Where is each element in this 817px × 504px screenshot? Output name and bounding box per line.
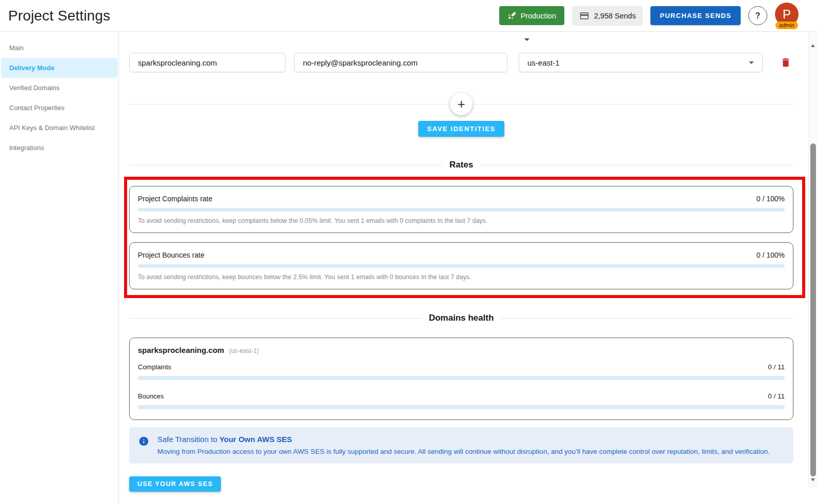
page-title: Project Settings <box>8 8 110 24</box>
domain-title-row: sparksprocleaning.com (us-east-1) <box>138 346 785 355</box>
rate-card-header: Project Complaints rate 0 / 100% <box>138 195 785 203</box>
plus-icon: + <box>457 96 465 112</box>
complaints-rate-value: 0 / 100% <box>757 195 785 203</box>
domains-health-section-heading: Domains health <box>129 313 793 323</box>
question-mark-icon: ? <box>755 11 761 20</box>
sender-email-input[interactable]: no-reply@sparksprocleaning.com <box>294 53 507 72</box>
bounces-rate-title: Project Bounces rate <box>138 251 205 259</box>
sidebar-item-integrations[interactable]: Integrations <box>1 138 117 158</box>
complaints-rate-card: Project Complaints rate 0 / 100% To avoi… <box>129 186 793 233</box>
divider-line <box>129 165 442 165</box>
sends-count-label: 2,958 Sends <box>594 12 636 20</box>
sidebar-item-verified-domains[interactable]: Verified Domains <box>1 78 117 98</box>
domain-input[interactable]: sparksprocleaning.com <box>129 53 285 72</box>
delete-identity-button[interactable] <box>778 55 793 70</box>
rocket-icon <box>507 11 516 20</box>
production-label: Production <box>521 12 556 20</box>
scroll-up-arrow-icon[interactable] <box>811 44 815 47</box>
sidebar-item-main[interactable]: Main <box>1 38 117 58</box>
complaints-progress-bar <box>138 208 785 212</box>
alert-title: Safe Transition to Your Own AWS SES <box>157 435 770 444</box>
info-icon <box>138 436 149 455</box>
help-button[interactable]: ? <box>748 6 767 25</box>
domain-health-card: sparksprocleaning.com (us-east-1) Compla… <box>129 338 793 420</box>
purchase-sends-button[interactable]: PURCHASE SENDS <box>650 6 741 25</box>
domains-health-heading: Domains health <box>429 313 494 323</box>
app-header: Project Settings Production 2,958 Sends … <box>0 0 817 32</box>
identity-row: sparksprocleaning.com no-reply@sparkspro… <box>129 53 793 72</box>
rate-card-header: Project Bounces rate 0 / 100% <box>138 251 785 259</box>
alert-body: Moving from Production access to your ow… <box>157 448 770 455</box>
add-identity-divider: + <box>129 93 793 115</box>
complaints-metric-bar <box>138 376 785 380</box>
main-layout: Main Delivery Mode Verified Domains Cont… <box>0 32 817 504</box>
bounces-rate-card: Project Bounces rate 0 / 100% To avoid s… <box>129 242 793 289</box>
credit-card-icon <box>579 11 589 21</box>
scroll-down-arrow-icon[interactable] <box>811 478 815 481</box>
scrolled-label-fragment <box>524 38 529 41</box>
aws-ses-info-alert: Safe Transition to Your Own AWS SES Movi… <box>129 427 793 464</box>
add-identity-button[interactable]: + <box>450 93 473 115</box>
complaints-metric-row: Complaints 0 / 11 <box>138 363 785 371</box>
sidebar-item-contact-properties[interactable]: Contact Properties <box>1 98 117 118</box>
alert-title-bold: Your Own AWS SES <box>219 435 292 444</box>
bounces-rate-caption: To avoid sending restrictions, keep boun… <box>138 274 785 281</box>
rates-heading: Rates <box>450 160 473 170</box>
vertical-scrollbar[interactable] <box>808 32 817 488</box>
bounces-metric-value: 0 / 11 <box>768 392 785 400</box>
sidebar-item-api-keys[interactable]: API Keys & Domain Whitelist <box>1 118 117 138</box>
divider-line <box>501 318 793 319</box>
divider-line <box>480 165 793 165</box>
rates-section-heading: Rates <box>129 160 793 170</box>
bounces-metric-label: Bounces <box>138 392 164 400</box>
complaints-metric-label: Complaints <box>138 363 171 371</box>
bounces-metric-row: Bounces 0 / 11 <box>138 392 785 400</box>
use-your-aws-ses-button[interactable]: USE YOUR AWS SES <box>129 476 221 492</box>
settings-sidebar: Main Delivery Mode Verified Domains Cont… <box>0 32 119 504</box>
complaints-rate-title: Project Complaints rate <box>138 195 213 203</box>
bounces-rate-value: 0 / 100% <box>757 251 785 259</box>
complaints-rate-caption: To avoid sending restrictions, keep comp… <box>138 217 785 224</box>
sidebar-item-delivery-mode[interactable]: Delivery Mode <box>1 58 117 78</box>
domain-name: sparksprocleaning.com <box>138 346 224 354</box>
sends-balance-chip[interactable]: 2,958 Sends <box>572 6 643 25</box>
alert-title-normal: Safe Transition to <box>157 435 219 444</box>
role-badge: admin <box>775 22 798 29</box>
bounces-metric-bar <box>138 405 785 409</box>
delivery-mode-content: sparksprocleaning.com no-reply@sparkspro… <box>119 32 817 504</box>
production-mode-button[interactable]: Production <box>499 6 564 25</box>
bounces-progress-bar <box>138 264 785 268</box>
user-menu[interactable]: P admin <box>775 3 799 29</box>
alert-text-block: Safe Transition to Your Own AWS SES Movi… <box>157 435 770 455</box>
divider-line <box>129 318 422 319</box>
domain-region: (us-east-1) <box>229 347 259 354</box>
header-actions: Production 2,958 Sends PURCHASE SENDS ? … <box>499 3 799 29</box>
region-select[interactable]: us-east-1 <box>519 53 763 72</box>
chevron-down-icon <box>749 61 754 64</box>
complaints-metric-value: 0 / 11 <box>768 363 785 371</box>
region-value: us-east-1 <box>527 58 560 67</box>
scrollbar-thumb[interactable] <box>810 143 816 476</box>
trash-icon <box>780 57 791 68</box>
save-identities-button[interactable]: SAVE IDENTITIES <box>418 121 504 137</box>
